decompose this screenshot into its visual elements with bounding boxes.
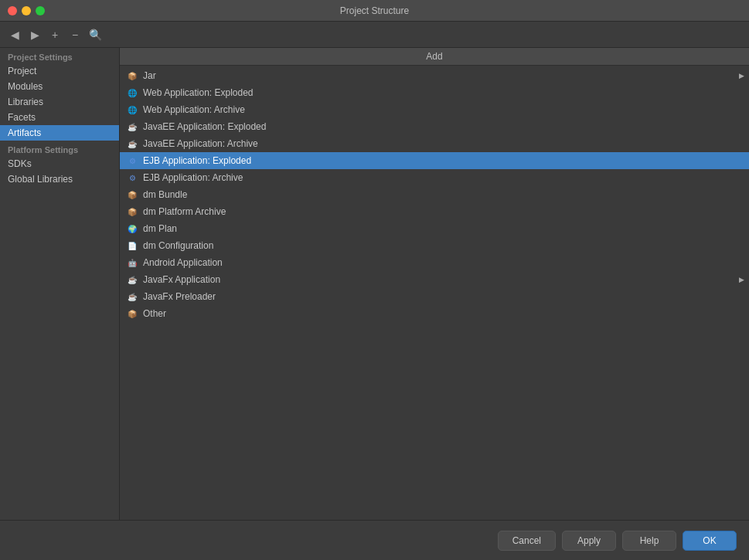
other-icon: 📦 (126, 307, 138, 320)
dm-plan-label: dm Plan (143, 223, 177, 234)
jar-label: Jar (143, 70, 156, 81)
main-container: ◀ ▶ + − 🔍 Project Settings Project Modul… (0, 22, 749, 560)
android-app-icon: 🤖 (126, 256, 138, 269)
apply-button[interactable]: Apply (562, 531, 616, 551)
sidebar-item-project[interactable]: Project (0, 63, 119, 79)
remove-button[interactable]: − (66, 26, 83, 43)
web-app-archive-label: Web Application: Archive (143, 104, 245, 115)
dm-platform-archive-icon: 📦 (126, 205, 138, 218)
search-button[interactable]: 🔍 (87, 26, 104, 43)
platform-settings-label: Platform Settings (0, 141, 119, 156)
maximize-button[interactable] (36, 6, 45, 15)
menu-item-javaee-archive[interactable]: ☕ JavaEE Application: Archive (120, 135, 749, 152)
help-button[interactable]: Help (622, 531, 676, 551)
menu-item-jar[interactable]: 📦 Jar ▶ (120, 67, 749, 84)
menu-item-web-app-exploded[interactable]: 🌐 Web Application: Exploded (120, 84, 749, 101)
sidebar-item-modules[interactable]: Modules (0, 79, 119, 94)
javafx-app-arrow: ▶ (739, 276, 744, 283)
sidebar-item-global-libraries[interactable]: Global Libraries (0, 171, 119, 187)
menu-item-dm-bundle[interactable]: 📦 dm Bundle (120, 186, 749, 203)
ejb-exploded-icon: ⚙ (126, 154, 138, 167)
forward-button[interactable]: ▶ (26, 26, 43, 43)
menu-item-dm-configuration[interactable]: 📄 dm Configuration (120, 237, 749, 254)
web-app-archive-icon: 🌐 (126, 104, 138, 116)
jar-icon: 📦 (126, 70, 138, 82)
main-panel: Add 📦 Jar ▶ 🌐 Web Application: Exploded … (120, 48, 749, 520)
bottom-bar: Cancel Apply Help OK (0, 520, 749, 560)
ejb-exploded-label: EJB Application: Exploded (143, 155, 251, 166)
title-bar: Project Structure (0, 0, 749, 22)
android-app-label: Android Application (143, 257, 223, 268)
menu-list: 📦 Jar ▶ 🌐 Web Application: Exploded 🌐 We… (120, 66, 749, 520)
javafx-preloader-icon: ☕ (126, 290, 138, 303)
add-header: Add (120, 48, 749, 66)
javafx-preloader-label: JavaFx Preloader (143, 291, 216, 302)
menu-item-javafx-preloader[interactable]: ☕ JavaFx Preloader (120, 288, 749, 305)
menu-item-javaee-exploded[interactable]: ☕ JavaEE Application: Exploded (120, 118, 749, 135)
ejb-archive-icon: ⚙ (126, 171, 138, 184)
javaee-exploded-icon: ☕ (126, 120, 138, 133)
menu-item-javafx-app[interactable]: ☕ JavaFx Application ▶ (120, 271, 749, 288)
dm-platform-archive-label: dm Platform Archive (143, 206, 226, 217)
content-area: Project Settings Project Modules Librari… (0, 48, 749, 520)
menu-item-ejb-archive[interactable]: ⚙ EJB Application: Archive (120, 169, 749, 186)
sidebar-item-facets[interactable]: Facets (0, 110, 119, 125)
dm-configuration-label: dm Configuration (143, 240, 213, 251)
sidebar: Project Settings Project Modules Librari… (0, 48, 120, 520)
ejb-archive-label: EJB Application: Archive (143, 172, 243, 183)
web-app-exploded-icon: 🌐 (126, 87, 138, 99)
menu-item-dm-plan[interactable]: 🌍 dm Plan (120, 220, 749, 237)
sidebar-item-sdks[interactable]: SDKs (0, 156, 119, 171)
javaee-archive-label: JavaEE Application: Archive (143, 138, 258, 149)
web-app-exploded-label: Web Application: Exploded (143, 87, 254, 98)
jar-arrow: ▶ (739, 72, 744, 80)
other-label: Other (143, 308, 166, 319)
cancel-button[interactable]: Cancel (498, 531, 556, 551)
javafx-app-icon: ☕ (126, 273, 138, 286)
back-button[interactable]: ◀ (6, 26, 23, 43)
javafx-app-label: JavaFx Application (143, 274, 220, 285)
close-button[interactable] (8, 6, 17, 15)
ok-button[interactable]: OK (683, 531, 737, 551)
add-button[interactable]: + (46, 26, 63, 43)
dm-plan-icon: 🌍 (126, 222, 138, 235)
sidebar-item-libraries[interactable]: Libraries (0, 94, 119, 110)
menu-item-other[interactable]: 📦 Other (120, 305, 749, 322)
window-controls[interactable] (8, 6, 45, 15)
sidebar-item-artifacts[interactable]: Artifacts (0, 125, 119, 141)
window-title: Project Structure (340, 5, 409, 16)
menu-item-web-app-archive[interactable]: 🌐 Web Application: Archive (120, 101, 749, 118)
dm-bundle-icon: 📦 (126, 188, 138, 201)
javaee-exploded-label: JavaEE Application: Exploded (143, 121, 266, 132)
javaee-archive-icon: ☕ (126, 137, 138, 150)
menu-item-ejb-exploded[interactable]: ⚙ EJB Application: Exploded (120, 152, 749, 169)
project-settings-label: Project Settings (0, 48, 119, 63)
toolbar: ◀ ▶ + − 🔍 (0, 22, 749, 48)
menu-item-dm-platform-archive[interactable]: 📦 dm Platform Archive (120, 203, 749, 220)
dm-configuration-icon: 📄 (126, 239, 138, 252)
dm-bundle-label: dm Bundle (143, 189, 187, 200)
minimize-button[interactable] (22, 6, 31, 15)
menu-item-android-app[interactable]: 🤖 Android Application (120, 254, 749, 271)
